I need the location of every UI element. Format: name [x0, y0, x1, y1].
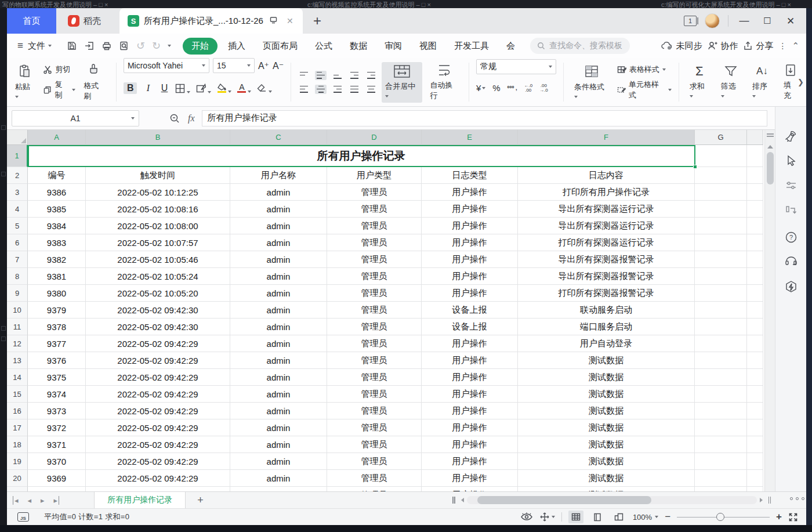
- hscroll-left-split[interactable]: [452, 497, 454, 504]
- pan-mode-button[interactable]: [539, 512, 555, 522]
- cell[interactable]: 2022-05-02 09:42:29: [86, 369, 230, 386]
- cell[interactable]: 打印所有探测器运行记录: [518, 234, 695, 251]
- cell[interactable]: 测试数据: [518, 436, 695, 453]
- cell[interactable]: 端口服务启动: [518, 319, 695, 335]
- vertical-scrollbar[interactable]: [764, 130, 775, 491]
- scroll-left-icon[interactable]: [461, 498, 464, 502]
- fullscreen-icon[interactable]: [788, 512, 798, 522]
- row-header-6[interactable]: 6: [7, 234, 28, 251]
- cell[interactable]: 2022-05-02 09:42:30: [86, 319, 230, 335]
- zoom-slider-knob[interactable]: [716, 513, 724, 521]
- help-icon[interactable]: ?: [784, 230, 799, 245]
- horizontal-scroll-thumb[interactable]: [477, 496, 651, 504]
- cell[interactable]: 用户操作: [422, 386, 518, 403]
- menu-tab-会[interactable]: 会: [499, 38, 522, 55]
- cell[interactable]: 用户操作: [422, 251, 518, 268]
- cell[interactable]: [747, 386, 763, 403]
- tab-bar-more-dots-icon[interactable]: [790, 497, 804, 500]
- percent-icon[interactable]: %: [492, 83, 500, 93]
- cell[interactable]: 导出所有探测器运行记录: [518, 201, 695, 218]
- row-header-7[interactable]: 7: [7, 251, 28, 268]
- cell[interactable]: 导出所有探测器运行记录: [518, 218, 695, 234]
- cell[interactable]: 管理员: [327, 184, 422, 201]
- cell[interactable]: [747, 419, 763, 436]
- cell[interactable]: 管理员: [327, 218, 422, 234]
- cell[interactable]: 9373: [28, 403, 86, 419]
- cell[interactable]: 测试数据: [518, 403, 695, 419]
- first-sheet-icon[interactable]: ◂: [13, 496, 19, 505]
- quick-access-dropdown-icon[interactable]: [168, 45, 171, 47]
- thousand-separator-icon[interactable]: ⁰⁰⁰ ,: [507, 85, 517, 91]
- cell[interactable]: 测试数据: [518, 369, 695, 386]
- cell[interactable]: [747, 268, 763, 285]
- cell[interactable]: 测试数据: [518, 386, 695, 403]
- ribbon-expand-icon[interactable]: ❯: [798, 78, 804, 86]
- row-header-4[interactable]: 4: [7, 201, 28, 218]
- row-header-20[interactable]: 20: [7, 470, 28, 487]
- paste-button[interactable]: 粘贴: [12, 61, 38, 103]
- save-icon[interactable]: [67, 41, 77, 51]
- redo-icon[interactable]: ↻: [152, 39, 161, 52]
- italic-button[interactable]: I: [143, 83, 153, 93]
- borders-button[interactable]: [175, 84, 190, 93]
- cell[interactable]: 用户名称: [230, 167, 327, 184]
- cell[interactable]: 2022-05-02 10:12:25: [86, 184, 230, 201]
- row-header-10[interactable]: 10: [7, 302, 28, 319]
- settings-sliders-icon[interactable]: [784, 178, 799, 193]
- filter-button[interactable]: 筛选: [717, 62, 744, 103]
- cell[interactable]: [695, 167, 747, 184]
- cell[interactable]: 2022-05-02 09:42:29: [86, 487, 230, 491]
- cell[interactable]: admin: [230, 184, 327, 201]
- conditional-format-button[interactable]: 条件格式: [571, 61, 612, 103]
- menu-tab-审阅[interactable]: 审阅: [378, 38, 409, 55]
- cell[interactable]: admin: [230, 268, 327, 285]
- column-header-partial[interactable]: [747, 130, 763, 145]
- cell[interactable]: 9383: [28, 234, 86, 251]
- cell[interactable]: [695, 268, 747, 285]
- vertical-scroll-thumb[interactable]: [767, 152, 774, 184]
- eye-protect-icon[interactable]: [520, 512, 533, 522]
- row-header-14[interactable]: 14: [7, 369, 28, 386]
- decrease-decimal-icon[interactable]: .00→.0: [539, 84, 548, 93]
- cut-button[interactable]: 剪切: [43, 64, 75, 75]
- cell[interactable]: admin: [230, 218, 327, 234]
- cell[interactable]: 管理员: [327, 369, 422, 386]
- bold-button[interactable]: B: [124, 82, 137, 94]
- cell[interactable]: 管理员: [327, 302, 422, 319]
- scroll-up-icon[interactable]: [767, 145, 773, 149]
- cell[interactable]: [695, 234, 747, 251]
- fill-handle[interactable]: [693, 165, 697, 169]
- scrollbar-split-handle[interactable]: [767, 133, 774, 135]
- cell[interactable]: 联动服务启动: [518, 302, 695, 319]
- underline-button[interactable]: U: [159, 83, 169, 93]
- cell[interactable]: [695, 335, 747, 352]
- cell[interactable]: 用户操作: [422, 419, 518, 436]
- cell[interactable]: [747, 145, 763, 167]
- cell[interactable]: 9382: [28, 251, 86, 268]
- row-header-15[interactable]: 15: [7, 386, 28, 403]
- merged-title-cell[interactable]: 所有用户操作记录: [28, 145, 695, 167]
- cell[interactable]: admin: [230, 470, 327, 487]
- undo-icon[interactable]: ↺: [136, 39, 145, 52]
- prev-sheet-icon[interactable]: ◂: [28, 496, 32, 505]
- cell[interactable]: 2022-05-02 10:05:20: [86, 285, 230, 302]
- sheet-tab-active[interactable]: 所有用户操作记录: [94, 492, 186, 509]
- file-menu[interactable]: 文件: [28, 41, 52, 52]
- hscroll-right-split[interactable]: [768, 497, 770, 504]
- column-header-C[interactable]: C: [230, 130, 327, 145]
- cell[interactable]: admin: [230, 403, 327, 419]
- sum-button[interactable]: Σ 求和: [686, 62, 713, 103]
- align-left-icon[interactable]: [298, 85, 310, 94]
- cell[interactable]: 9374: [28, 386, 86, 403]
- hamburger-icon[interactable]: ≡: [17, 40, 23, 52]
- menu-tab-开发工具[interactable]: 开发工具: [447, 38, 496, 55]
- cell[interactable]: 测试数据: [518, 487, 695, 491]
- cell[interactable]: 9385: [28, 201, 86, 218]
- cell[interactable]: admin: [230, 335, 327, 352]
- cell[interactable]: 用户操作: [422, 335, 518, 352]
- cell[interactable]: [695, 487, 747, 491]
- row-header-17[interactable]: 17: [7, 419, 28, 436]
- scroll-right-icon[interactable]: [760, 498, 763, 502]
- lightning-icon[interactable]: [784, 280, 799, 295]
- search-input[interactable]: 查找命令、搜索模板: [530, 38, 630, 54]
